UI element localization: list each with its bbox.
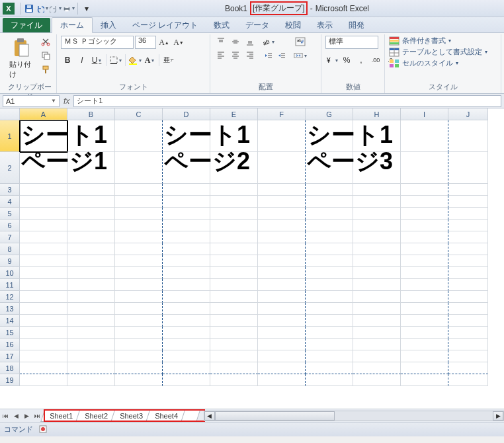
align-top-icon[interactable] [214, 36, 228, 48]
number-format-select[interactable]: 標準 [325, 36, 378, 49]
cell[interactable] [20, 327, 67, 339]
cell[interactable] [163, 267, 210, 279]
cell[interactable] [20, 291, 67, 303]
cell[interactable] [20, 231, 67, 243]
cell[interactable] [306, 291, 353, 303]
cell[interactable] [258, 120, 306, 152]
scroll-right-icon[interactable]: ▶ [493, 411, 503, 421]
cell[interactable] [401, 327, 448, 339]
formula-input[interactable]: シート1 [73, 95, 501, 107]
cell[interactable] [67, 120, 115, 152]
cell[interactable] [20, 208, 67, 220]
cell[interactable] [20, 303, 67, 315]
print-icon[interactable] [63, 3, 75, 15]
select-all-corner[interactable] [0, 108, 20, 120]
cell[interactable] [258, 362, 306, 374]
cell[interactable] [353, 362, 401, 374]
cell[interactable] [163, 315, 210, 327]
align-right-icon[interactable] [243, 49, 257, 61]
row-header-7[interactable]: 7 [0, 231, 20, 243]
cell[interactable] [115, 267, 163, 279]
cell[interactable] [306, 350, 353, 362]
cell[interactable] [258, 220, 306, 231]
tab-developer[interactable]: 開発 [341, 18, 372, 32]
row-header-11[interactable]: 11 [0, 279, 20, 291]
align-center-icon[interactable] [229, 49, 242, 61]
cell[interactable] [353, 243, 401, 255]
cell[interactable] [67, 243, 115, 255]
cell[interactable] [448, 279, 488, 291]
cell[interactable] [401, 220, 448, 231]
border-button[interactable] [109, 54, 122, 66]
tab-insert[interactable]: 挿入 [93, 18, 124, 32]
cell[interactable] [20, 255, 67, 267]
cell[interactable] [20, 120, 67, 152]
tab-page-layout[interactable]: ページ レイアウト [124, 18, 206, 32]
cell[interactable] [306, 120, 353, 152]
cell[interactable] [20, 350, 67, 362]
tab-data[interactable]: データ [237, 18, 277, 32]
cell[interactable] [163, 327, 210, 339]
cell[interactable] [401, 267, 448, 279]
cell[interactable] [115, 279, 163, 291]
sheet-nav-first-icon[interactable]: ⏮ [0, 411, 11, 421]
cell[interactable] [67, 184, 115, 196]
cell[interactable] [67, 196, 115, 208]
cell[interactable] [448, 120, 488, 152]
cell[interactable] [401, 315, 448, 327]
cell[interactable] [258, 303, 306, 315]
cell[interactable] [353, 208, 401, 220]
row-header-19[interactable]: 19 [0, 374, 20, 386]
cell[interactable] [448, 362, 488, 374]
fx-icon[interactable]: fx [63, 97, 69, 106]
cell[interactable] [20, 152, 67, 184]
cell[interactable] [306, 303, 353, 315]
col-header-H[interactable]: H [353, 108, 401, 120]
cell[interactable] [306, 279, 353, 291]
col-header-A[interactable]: A [20, 108, 67, 120]
cell[interactable] [115, 255, 163, 267]
col-header-G[interactable]: G [306, 108, 353, 120]
increase-decimal-icon[interactable]: .00 [369, 54, 382, 66]
cell[interactable] [448, 291, 488, 303]
cell[interactable] [67, 374, 115, 386]
cell[interactable] [401, 255, 448, 267]
cell[interactable] [20, 220, 67, 231]
cell[interactable] [115, 184, 163, 196]
tab-review[interactable]: 校閲 [277, 18, 309, 32]
cell[interactable] [210, 339, 258, 350]
cell[interactable] [353, 374, 401, 386]
cell[interactable] [67, 255, 115, 267]
col-header-F[interactable]: F [258, 108, 306, 120]
cell[interactable] [20, 243, 67, 255]
row-header-13[interactable]: 13 [0, 303, 20, 315]
row-header-3[interactable]: 3 [0, 184, 20, 196]
tab-home[interactable]: ホーム [52, 17, 93, 33]
cell[interactable] [115, 303, 163, 315]
cell[interactable] [163, 255, 210, 267]
cell[interactable] [448, 303, 488, 315]
format-as-table-button[interactable]: テーブルとして書式設定▾ [389, 47, 487, 57]
cell[interactable] [306, 267, 353, 279]
cell[interactable] [448, 243, 488, 255]
tab-formulas[interactable]: 数式 [206, 18, 237, 32]
cell[interactable] [306, 243, 353, 255]
cell[interactable] [306, 255, 353, 267]
row-header-9[interactable]: 9 [0, 255, 20, 267]
cell[interactable] [258, 196, 306, 208]
cell[interactable] [20, 315, 67, 327]
row-header-4[interactable]: 4 [0, 196, 20, 208]
row-header-18[interactable]: 18 [0, 362, 20, 374]
cell[interactable] [401, 208, 448, 220]
cell[interactable] [163, 196, 210, 208]
row-header-14[interactable]: 14 [0, 315, 20, 327]
qat-customize-icon[interactable]: ▾ [81, 3, 93, 15]
cell[interactable] [210, 208, 258, 220]
cell[interactable] [163, 120, 210, 152]
cell[interactable] [67, 303, 115, 315]
cell[interactable] [353, 267, 401, 279]
name-box[interactable]: A1 ▼ [3, 95, 60, 107]
paste-button[interactable]: 貼り付け [7, 36, 36, 81]
cell[interactable] [306, 231, 353, 243]
cell[interactable] [115, 339, 163, 350]
